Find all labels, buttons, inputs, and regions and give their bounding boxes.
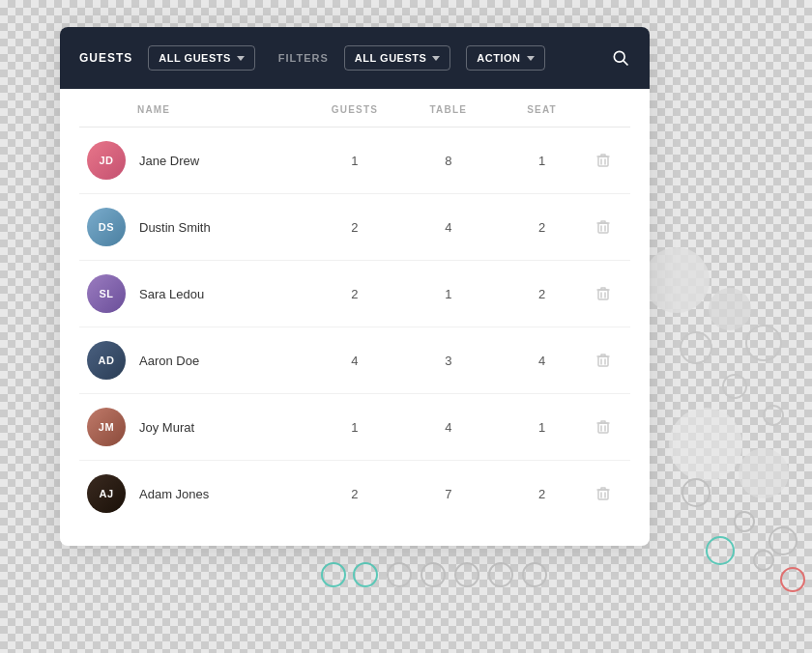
filters-dropdown[interactable]: ALL GUESTS [344,45,450,71]
svg-point-26 [489,563,512,586]
svg-rect-39 [598,356,608,366]
trash-icon [596,419,610,435]
search-button[interactable] [611,48,630,68]
svg-rect-33 [598,223,608,233]
table-row: SL Sara Ledou 2 1 2 [79,261,630,327]
table-row: JD Jane Drew 1 8 1 [79,128,630,194]
avatar-4: JM [87,408,126,446]
svg-line-29 [624,61,628,66]
cell-seat-1: 2 [495,194,589,261]
col-header-guests: GUESTS [308,89,402,128]
table-row: AJ Adam Jones 2 7 2 [79,461,630,527]
avatar-1: DS [87,208,126,246]
cell-name-5: AJ Adam Jones [79,461,308,526]
all-guests-dropdown[interactable]: ALL GUESTS [148,45,254,71]
svg-point-23 [388,563,411,586]
cell-delete-3 [589,327,630,394]
toolbar: GUESTS ALL GUESTS FILTERS ALL GUESTS ACT… [60,27,650,89]
guests-table: NAME GUESTS TABLE SEAT JD Jane Drew 1 8 … [79,89,630,526]
table-row: JM Joy Murat 1 4 1 [79,394,630,461]
cell-table-5: 7 [401,461,495,527]
svg-point-22 [354,563,377,586]
cell-delete-1 [589,194,630,261]
delete-button-0[interactable] [596,153,610,168]
svg-point-27 [523,563,546,586]
cell-table-2: 1 [401,261,495,327]
cell-table-0: 8 [401,128,495,194]
svg-rect-30 [598,156,608,166]
col-header-table: TABLE [401,89,495,128]
cell-guests-5: 2 [308,461,402,527]
svg-point-21 [322,563,345,586]
delete-button-3[interactable] [596,353,610,368]
trash-icon [596,353,610,368]
cell-guests-2: 2 [308,261,402,327]
cell-seat-5: 2 [495,461,589,527]
svg-point-24 [421,563,445,586]
svg-point-2 [681,332,711,363]
svg-point-13 [707,537,734,564]
guest-name-2: Sara Ledou [139,287,204,301]
cell-seat-2: 2 [495,261,589,327]
table-row: AD Aaron Doe 4 3 4 [79,327,630,394]
cell-name-3: AD Aaron Doe [79,327,308,393]
svg-point-1 [709,288,751,330]
svg-point-5 [764,406,783,425]
cell-table-1: 4 [401,194,495,261]
svg-rect-45 [598,490,608,499]
chevron-down-icon-3 [527,56,535,61]
svg-rect-42 [598,423,608,433]
cell-delete-5 [589,461,630,527]
cell-table-3: 3 [401,327,495,394]
svg-point-7 [739,448,789,498]
svg-point-28 [614,51,624,62]
svg-point-12 [754,551,773,570]
delete-button-4[interactable] [596,419,610,435]
trash-icon [596,219,610,235]
svg-rect-36 [598,290,608,299]
guest-name-0: Jane Drew [139,154,199,168]
cell-delete-4 [589,394,630,461]
delete-button-1[interactable] [596,219,610,235]
filters-label: FILTERS [278,52,329,64]
table-row: DS Dustin Smith 2 4 2 [79,194,630,261]
search-icon [611,48,630,68]
avatar-0: JD [87,141,126,180]
cell-seat-3: 4 [495,327,589,394]
guests-label: GUESTS [79,51,132,65]
trash-icon [596,153,610,168]
guest-name-5: Adam Jones [139,487,209,501]
table-container: NAME GUESTS TABLE SEAT JD Jane Drew 1 8 … [60,89,650,546]
cell-delete-2 [589,261,630,327]
delete-button-5[interactable] [596,486,610,501]
cell-guests-4: 1 [308,394,402,461]
svg-point-3 [746,326,781,360]
cell-name-0: JD Jane Drew [79,128,308,193]
svg-point-4 [723,375,746,398]
col-header-seat: SEAT [495,89,589,128]
cell-name-1: DS Dustin Smith [79,194,308,260]
cell-seat-4: 1 [495,394,589,461]
svg-point-0 [644,247,710,313]
svg-point-25 [455,563,478,586]
delete-button-2[interactable] [596,286,610,301]
svg-point-8 [682,479,710,506]
trash-icon [596,286,610,301]
avatar-3: AD [87,341,126,380]
trash-icon [596,486,610,501]
cell-guests-1: 2 [308,194,402,261]
svg-point-11 [781,568,804,591]
cell-table-4: 4 [401,394,495,461]
avatar-2: SL [87,274,126,313]
col-header-name: NAME [79,89,308,128]
action-dropdown[interactable]: ACTION [466,45,544,71]
svg-point-6 [669,408,742,481]
chevron-down-icon-2 [432,56,440,61]
guest-name-4: Joy Murat [139,420,194,435]
cell-seat-0: 1 [495,128,589,194]
main-card: GUESTS ALL GUESTS FILTERS ALL GUESTS ACT… [60,27,650,546]
cell-name-4: JM Joy Murat [79,394,308,460]
table-header-row: NAME GUESTS TABLE SEAT [79,89,630,128]
avatar-5: AJ [87,474,126,513]
cell-guests-3: 4 [308,327,402,394]
